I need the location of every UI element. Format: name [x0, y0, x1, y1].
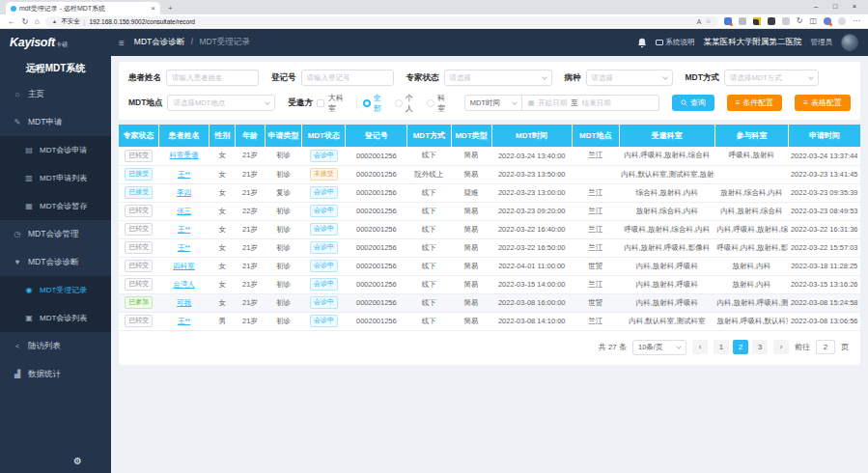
- time-type-select[interactable]: MDT时间: [464, 95, 522, 111]
- table-header-cell[interactable]: 年龄: [236, 125, 266, 147]
- patient-name-link[interactable]: 王**: [178, 170, 190, 179]
- sync-icon[interactable]: ↻: [797, 17, 803, 25]
- table-header-cell[interactable]: MDT状态: [302, 125, 346, 147]
- window-close-button[interactable]: ×: [845, 0, 864, 14]
- prev-page-button[interactable]: ‹: [692, 340, 708, 354]
- read-aloud-icon[interactable]: A: [697, 18, 702, 25]
- sidebar-item-icon: ◷: [13, 230, 22, 238]
- mdt-place-select[interactable]: 请选择MDT地点: [167, 95, 275, 111]
- extension-icon-4[interactable]: [768, 17, 775, 25]
- home-icon[interactable]: ⌂: [35, 17, 40, 26]
- browser-essentials-icon[interactable]: [824, 17, 831, 25]
- patient-name-link[interactable]: 四科室: [173, 262, 195, 270]
- chevron-down-icon: [542, 74, 547, 80]
- extension-icon-2[interactable]: [739, 17, 746, 25]
- invitee-radio[interactable]: 全部: [363, 93, 387, 114]
- table-header-cell[interactable]: 登记号: [346, 125, 407, 147]
- register-no-input[interactable]: [301, 70, 394, 86]
- apply-time-cell: 2022-03-18 11:28:25: [788, 257, 860, 275]
- invitee-radio[interactable]: 个人: [395, 93, 419, 114]
- patient-name-link[interactable]: 可我: [177, 298, 191, 307]
- mdt-time-cell: 2022-04-01 11:00:00: [491, 257, 572, 275]
- page-number-button[interactable]: 3: [752, 340, 768, 354]
- patient-name-link[interactable]: 王**: [178, 225, 190, 234]
- sidebar-item[interactable]: ▣ MDT会诊列表: [0, 304, 111, 332]
- patient-name-link[interactable]: 科室受邀: [170, 151, 199, 159]
- sidebar-item[interactable]: ◉ MDT受理记录: [0, 276, 111, 304]
- table-header-cell[interactable]: 申请时间: [788, 125, 860, 147]
- extension-icon-3[interactable]: [753, 17, 761, 25]
- big-dept-checkbox[interactable]: [317, 99, 324, 107]
- tab-close-icon[interactable]: ×: [151, 5, 155, 13]
- patient-name-link[interactable]: 张三: [177, 207, 191, 215]
- notification-bell-icon[interactable]: [637, 38, 647, 48]
- back-icon[interactable]: ←: [8, 17, 16, 26]
- sidebar-item[interactable]: ⌂ 主页: [0, 80, 111, 108]
- table-header-cell[interactable]: MDT方式: [407, 125, 451, 147]
- search-button[interactable]: 查询: [672, 95, 714, 111]
- settings-gear-icon[interactable]: ⚙: [73, 456, 82, 466]
- browser-tab[interactable]: mdt受理记录 - 远程MDT系统 ×: [6, 2, 160, 14]
- sidebar-item[interactable]: ▦ MDT会诊暂存: [0, 192, 111, 220]
- table-config-button[interactable]: ≡ 表格配置: [795, 95, 851, 111]
- gender-cell: 女: [210, 257, 236, 275]
- patient-name-link[interactable]: 台湾人: [173, 280, 195, 289]
- sidebar-item[interactable]: ✎ MDT申请: [0, 108, 111, 136]
- more-menu-icon[interactable]: ⋯: [853, 17, 860, 25]
- patient-name-link[interactable]: 王**: [178, 317, 190, 325]
- table-header-cell[interactable]: 性别: [210, 125, 236, 147]
- mdt-status-badge: 会诊中: [310, 205, 338, 217]
- new-tab-button[interactable]: +: [168, 5, 173, 14]
- page-number-button[interactable]: 2: [733, 340, 748, 354]
- next-page-button[interactable]: ›: [773, 340, 789, 354]
- goto-page-input[interactable]: [816, 340, 835, 354]
- sidebar-item[interactable]: ▟ 数据统计: [0, 360, 111, 388]
- sidebar-item-icon: <: [13, 342, 22, 350]
- patient-name-link[interactable]: 李四: [177, 188, 191, 197]
- profile-avatar-icon[interactable]: [838, 17, 846, 25]
- sidebar-item-icon: ▟: [13, 370, 22, 378]
- sidebar-item[interactable]: ▥ MDT申请列表: [0, 164, 111, 192]
- expert-status-select[interactable]: 请选择: [444, 70, 552, 86]
- table-header-cell[interactable]: 参与科室: [714, 125, 788, 147]
- mdt-type-cell: 简易: [451, 220, 491, 238]
- sidebar-item[interactable]: < 随访列表: [0, 332, 111, 360]
- patient-name-input[interactable]: [166, 70, 259, 86]
- sidebar-item[interactable]: ♥ MDT会诊诊断: [0, 248, 111, 276]
- mdt-mode-select[interactable]: 请选择MDT方式: [724, 70, 819, 86]
- user-avatar[interactable]: [841, 34, 858, 51]
- page-size-select[interactable]: 10条/页: [632, 340, 686, 355]
- disease-select[interactable]: 请选择: [586, 70, 673, 86]
- window-maximize-button[interactable]: □: [826, 0, 845, 14]
- favorite-star-icon[interactable]: ☆: [705, 17, 711, 25]
- table-header-cell[interactable]: MDT时间: [491, 125, 572, 147]
- date-range-picker[interactable]: ▦ 开始日期 至 结束日期: [522, 95, 659, 111]
- invitee-radio[interactable]: 科室: [427, 93, 451, 114]
- table-header-cell[interactable]: 申请类型: [265, 125, 301, 147]
- breadcrumb-parent[interactable]: MDT会诊诊断: [134, 37, 184, 46]
- table-header-cell[interactable]: 受邀科室: [619, 125, 714, 147]
- window-minimize-button[interactable]: –: [806, 0, 826, 14]
- refresh-icon[interactable]: ↻: [22, 17, 29, 26]
- condition-config-button[interactable]: ≡ 条件配置: [727, 95, 783, 111]
- system-help-link[interactable]: 系统说明: [656, 38, 695, 47]
- patient-name-link[interactable]: 王**: [178, 243, 190, 252]
- table-row: 已转交 张三 女 22岁 初诊 会诊中 0002001256 线下 简易 202…: [119, 202, 860, 220]
- table-header-cell[interactable]: 患者姓名: [158, 125, 209, 147]
- extension-icon-5[interactable]: [782, 17, 790, 25]
- table-header-cell[interactable]: MDT地点: [572, 125, 619, 147]
- security-label: 不安全: [61, 17, 80, 26]
- mdt-status-badge: 会诊中: [310, 315, 338, 327]
- extension-icon-1[interactable]: [724, 17, 732, 25]
- table-header-cell[interactable]: MDT类型: [451, 125, 491, 147]
- sidebar-collapse-icon[interactable]: ≡: [119, 38, 125, 48]
- app-logo: Kayisoft卡硕: [0, 36, 111, 49]
- sidebar-item[interactable]: ▤ MDT会诊申请: [0, 136, 111, 164]
- table-header-cell[interactable]: 专家状态: [119, 125, 158, 147]
- sidebar-item[interactable]: ◷ MDT会诊管理: [0, 220, 111, 248]
- mdt-time-cell: 2022-03-22 16:50:00: [491, 238, 572, 257]
- page-number-button[interactable]: 1: [714, 340, 729, 354]
- gender-cell: 女: [210, 275, 236, 293]
- url-field[interactable]: ▲ 不安全 | 192.168.0.156:9002/consultate/re…: [45, 16, 718, 27]
- split-screen-icon[interactable]: ◫: [809, 17, 817, 25]
